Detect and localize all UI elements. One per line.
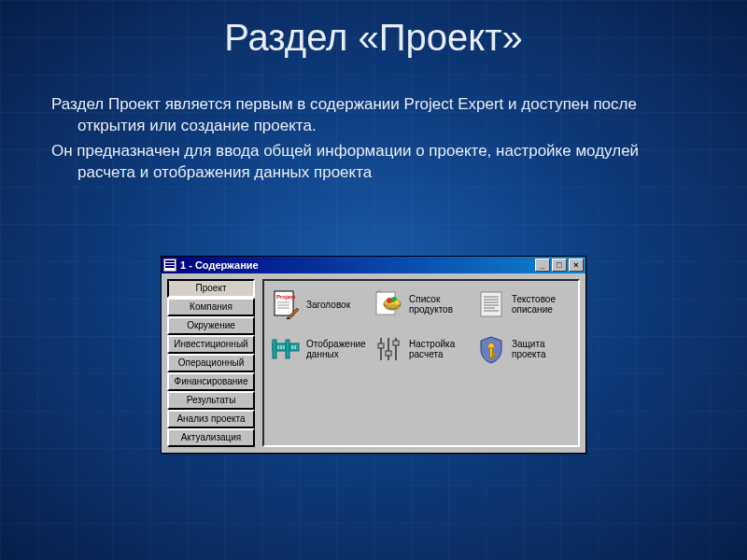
close-button[interactable]: ×: [569, 259, 584, 272]
item-calc[interactable]: Настройка расчета: [373, 333, 470, 365]
svg-rect-36: [492, 357, 494, 358]
paragraph-1: Раздел Проект является первым в содержан…: [51, 94, 696, 137]
nav-results[interactable]: Результаты: [167, 391, 255, 410]
svg-rect-21: [286, 340, 289, 358]
nav-project-analysis[interactable]: Анализ проекта: [167, 410, 255, 428]
svg-point-9: [387, 298, 392, 303]
svg-rect-30: [378, 343, 384, 348]
slide-title: Раздел «Проект»: [0, 0, 747, 59]
document-pencil-icon: Project: [270, 288, 302, 320]
system-menu-icon[interactable]: [163, 259, 176, 272]
window-title: 1 - Содержание: [180, 259, 535, 271]
svg-rect-12: [481, 292, 501, 316]
paragraph-2: Он предназначен для ввода общей информац…: [51, 141, 696, 184]
svg-rect-31: [386, 351, 391, 356]
text-document-icon: [475, 288, 507, 320]
shield-key-icon: [475, 333, 507, 365]
minimize-button[interactable]: _: [535, 259, 550, 272]
item-protect[interactable]: Защита проекта: [475, 333, 572, 365]
svg-rect-20: [273, 340, 276, 358]
item-calc-label: Настройка расчета: [409, 339, 470, 359]
svg-point-11: [395, 301, 400, 305]
item-header-label: Заголовок: [306, 300, 350, 310]
slide-body: Раздел Проект является первым в содержан…: [0, 59, 747, 184]
basket-icon: [373, 288, 404, 320]
nav-project[interactable]: Проект: [167, 279, 255, 298]
caliper-icon: [270, 333, 302, 365]
maximize-button[interactable]: □: [552, 259, 567, 272]
nav-company[interactable]: Компания: [167, 298, 255, 316]
item-products-label: Список продуктов: [409, 294, 470, 315]
svg-rect-35: [492, 353, 495, 355]
sliders-icon: [373, 333, 404, 365]
item-display-label: Отображение данных: [306, 339, 367, 359]
item-text[interactable]: Текстовое описание: [475, 288, 572, 320]
svg-rect-32: [393, 341, 399, 345]
nav-investment-plan[interactable]: Инвестиционный план: [167, 335, 255, 354]
item-protect-label: Защита проекта: [512, 339, 572, 359]
titlebar: 1 - Содержание _ □ ×: [162, 257, 585, 273]
item-products[interactable]: Список продуктов: [373, 288, 470, 320]
content-area: Project Заголовок: [262, 279, 580, 447]
item-text-label: Текстовое описание: [512, 294, 572, 315]
svg-text:Project: Project: [276, 294, 295, 300]
nav-financing[interactable]: Финансирование: [167, 372, 255, 391]
nav-environment[interactable]: Окружение: [167, 316, 255, 335]
nav-operational-plan[interactable]: Операционный план: [167, 354, 255, 372]
app-window: 1 - Содержание _ □ × Проект Компания Окр…: [161, 256, 586, 454]
item-header[interactable]: Project Заголовок: [270, 288, 367, 320]
nav-panel: Проект Компания Окружение Инвестиционный…: [167, 279, 255, 447]
item-display[interactable]: Отображение данных: [270, 333, 367, 365]
nav-actualization[interactable]: Актуализация: [167, 428, 255, 447]
